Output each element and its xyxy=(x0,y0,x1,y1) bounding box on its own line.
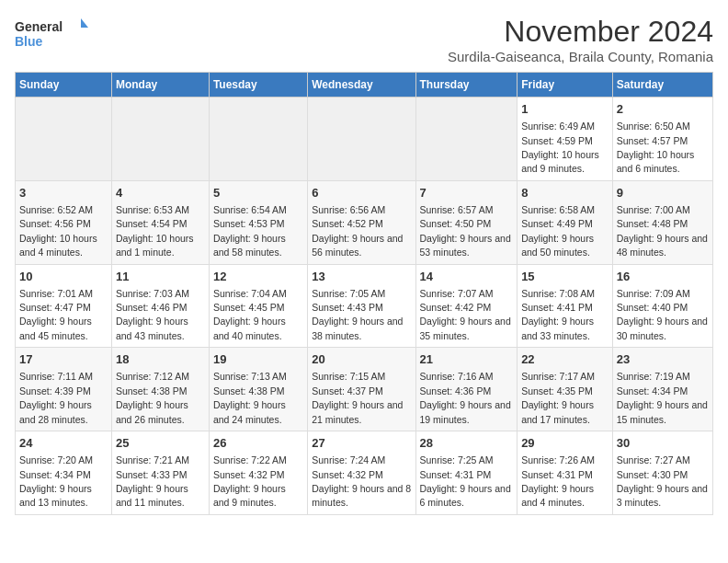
calendar-cell: 27Sunrise: 7:24 AM Sunset: 4:32 PM Dayli… xyxy=(308,431,415,515)
calendar-cell: 1Sunrise: 6:49 AM Sunset: 4:59 PM Daylig… xyxy=(518,98,613,181)
day-info: Sunrise: 6:52 AM Sunset: 4:56 PM Dayligh… xyxy=(19,204,97,258)
day-number: 17 xyxy=(19,351,108,368)
day-number: 15 xyxy=(521,269,609,285)
day-info: Sunrise: 7:27 AM Sunset: 4:30 PM Dayligh… xyxy=(617,454,708,508)
day-number: 22 xyxy=(521,351,609,368)
calendar-cell: 22Sunrise: 7:17 AM Sunset: 4:35 PM Dayli… xyxy=(518,348,613,431)
day-info: Sunrise: 7:20 AM Sunset: 4:34 PM Dayligh… xyxy=(19,454,93,508)
day-number: 29 xyxy=(521,435,609,452)
day-number: 16 xyxy=(617,269,709,285)
logo: General Blue xyxy=(15,15,88,55)
week-row-2: 3Sunrise: 6:52 AM Sunset: 4:56 PM Daylig… xyxy=(16,180,713,264)
day-info: Sunrise: 6:56 AM Sunset: 4:52 PM Dayligh… xyxy=(312,204,403,258)
day-number: 19 xyxy=(213,351,303,368)
day-info: Sunrise: 6:53 AM Sunset: 4:54 PM Dayligh… xyxy=(116,204,194,258)
svg-marker-2 xyxy=(81,18,88,28)
day-info: Sunrise: 7:12 AM Sunset: 4:38 PM Dayligh… xyxy=(116,371,189,424)
week-row-4: 17Sunrise: 7:11 AM Sunset: 4:39 PM Dayli… xyxy=(16,348,713,431)
day-info: Sunrise: 7:08 AM Sunset: 4:41 PM Dayligh… xyxy=(521,288,595,341)
title-area: November 2024 Surdila-Gaiseanca, Braila … xyxy=(448,15,713,64)
day-number: 18 xyxy=(116,351,205,368)
day-info: Sunrise: 7:21 AM Sunset: 4:33 PM Dayligh… xyxy=(116,454,189,508)
calendar-cell: 17Sunrise: 7:11 AM Sunset: 4:39 PM Dayli… xyxy=(16,348,112,431)
day-number: 14 xyxy=(420,269,514,285)
day-number: 3 xyxy=(19,185,108,201)
day-number: 20 xyxy=(312,351,411,368)
day-info: Sunrise: 7:07 AM Sunset: 4:42 PM Dayligh… xyxy=(420,288,511,341)
calendar-cell xyxy=(16,98,112,181)
calendar-cell: 24Sunrise: 7:20 AM Sunset: 4:34 PM Dayli… xyxy=(16,431,112,515)
day-info: Sunrise: 7:09 AM Sunset: 4:40 PM Dayligh… xyxy=(617,288,708,341)
calendar-cell: 4Sunrise: 6:53 AM Sunset: 4:54 PM Daylig… xyxy=(111,180,209,264)
week-row-1: 1Sunrise: 6:49 AM Sunset: 4:59 PM Daylig… xyxy=(16,98,713,181)
calendar-cell: 9Sunrise: 7:00 AM Sunset: 4:48 PM Daylig… xyxy=(612,180,712,264)
day-info: Sunrise: 7:03 AM Sunset: 4:46 PM Dayligh… xyxy=(116,288,189,341)
calendar-cell xyxy=(111,98,209,181)
month-title: November 2024 xyxy=(448,15,713,49)
header-saturday: Saturday xyxy=(612,73,712,98)
calendar-cell: 26Sunrise: 7:22 AM Sunset: 4:32 PM Dayli… xyxy=(209,431,307,515)
calendar-cell: 19Sunrise: 7:13 AM Sunset: 4:38 PM Dayli… xyxy=(209,348,307,431)
header-sunday: Sunday xyxy=(16,73,112,98)
calendar-cell: 21Sunrise: 7:16 AM Sunset: 4:36 PM Dayli… xyxy=(415,348,518,431)
calendar-cell: 11Sunrise: 7:03 AM Sunset: 4:46 PM Dayli… xyxy=(111,264,209,348)
day-info: Sunrise: 7:22 AM Sunset: 4:32 PM Dayligh… xyxy=(213,454,287,508)
day-info: Sunrise: 7:00 AM Sunset: 4:48 PM Dayligh… xyxy=(617,204,708,258)
day-number: 30 xyxy=(617,435,709,452)
header-thursday: Thursday xyxy=(415,73,518,98)
calendar-cell: 2Sunrise: 6:50 AM Sunset: 4:57 PM Daylig… xyxy=(612,98,712,181)
day-number: 25 xyxy=(116,435,205,452)
logo-svg: General Blue xyxy=(15,15,88,55)
day-info: Sunrise: 7:24 AM Sunset: 4:32 PM Dayligh… xyxy=(312,454,411,508)
day-info: Sunrise: 7:15 AM Sunset: 4:37 PM Dayligh… xyxy=(312,371,403,424)
day-info: Sunrise: 6:58 AM Sunset: 4:49 PM Dayligh… xyxy=(521,204,595,258)
day-info: Sunrise: 7:26 AM Sunset: 4:31 PM Dayligh… xyxy=(521,454,595,508)
day-info: Sunrise: 6:50 AM Sunset: 4:57 PM Dayligh… xyxy=(617,121,695,174)
day-number: 12 xyxy=(213,269,303,285)
calendar-cell: 23Sunrise: 7:19 AM Sunset: 4:34 PM Dayli… xyxy=(612,348,712,431)
header: General Blue November 2024 Surdila-Gaise… xyxy=(15,15,713,64)
day-info: Sunrise: 6:49 AM Sunset: 4:59 PM Dayligh… xyxy=(521,121,599,174)
day-info: Sunrise: 7:16 AM Sunset: 4:36 PM Dayligh… xyxy=(420,371,511,424)
calendar-cell: 13Sunrise: 7:05 AM Sunset: 4:43 PM Dayli… xyxy=(308,264,415,348)
calendar-cell xyxy=(415,98,518,181)
day-info: Sunrise: 7:25 AM Sunset: 4:31 PM Dayligh… xyxy=(420,454,511,508)
day-info: Sunrise: 7:13 AM Sunset: 4:38 PM Dayligh… xyxy=(213,371,287,424)
day-info: Sunrise: 6:57 AM Sunset: 4:50 PM Dayligh… xyxy=(420,204,511,258)
calendar-cell: 16Sunrise: 7:09 AM Sunset: 4:40 PM Dayli… xyxy=(612,264,712,348)
header-monday: Monday xyxy=(111,73,209,98)
day-number: 1 xyxy=(521,101,609,118)
calendar-header-row: SundayMondayTuesdayWednesdayThursdayFrid… xyxy=(16,73,713,98)
calendar-cell: 29Sunrise: 7:26 AM Sunset: 4:31 PM Dayli… xyxy=(518,431,613,515)
header-friday: Friday xyxy=(518,73,613,98)
week-row-3: 10Sunrise: 7:01 AM Sunset: 4:47 PM Dayli… xyxy=(16,264,713,348)
svg-text:Blue: Blue xyxy=(15,34,43,49)
day-info: Sunrise: 7:19 AM Sunset: 4:34 PM Dayligh… xyxy=(617,371,708,424)
day-number: 26 xyxy=(213,435,303,452)
day-number: 9 xyxy=(617,185,709,201)
week-row-5: 24Sunrise: 7:20 AM Sunset: 4:34 PM Dayli… xyxy=(16,431,713,515)
day-number: 8 xyxy=(521,185,609,201)
day-info: Sunrise: 6:54 AM Sunset: 4:53 PM Dayligh… xyxy=(213,204,287,258)
calendar-cell: 3Sunrise: 6:52 AM Sunset: 4:56 PM Daylig… xyxy=(16,180,112,264)
calendar-cell: 6Sunrise: 6:56 AM Sunset: 4:52 PM Daylig… xyxy=(308,180,415,264)
calendar-cell xyxy=(209,98,307,181)
day-info: Sunrise: 7:04 AM Sunset: 4:45 PM Dayligh… xyxy=(213,288,287,341)
calendar-cell: 18Sunrise: 7:12 AM Sunset: 4:38 PM Dayli… xyxy=(111,348,209,431)
day-info: Sunrise: 7:05 AM Sunset: 4:43 PM Dayligh… xyxy=(312,288,403,341)
calendar-cell: 14Sunrise: 7:07 AM Sunset: 4:42 PM Dayli… xyxy=(415,264,518,348)
day-number: 24 xyxy=(19,435,108,452)
calendar-cell: 30Sunrise: 7:27 AM Sunset: 4:30 PM Dayli… xyxy=(612,431,712,515)
day-number: 21 xyxy=(420,351,514,368)
day-number: 5 xyxy=(213,185,303,201)
calendar-table: SundayMondayTuesdayWednesdayThursdayFrid… xyxy=(15,72,713,515)
calendar-cell: 15Sunrise: 7:08 AM Sunset: 4:41 PM Dayli… xyxy=(518,264,613,348)
day-info: Sunrise: 7:17 AM Sunset: 4:35 PM Dayligh… xyxy=(521,371,595,424)
calendar-cell: 12Sunrise: 7:04 AM Sunset: 4:45 PM Dayli… xyxy=(209,264,307,348)
calendar-cell: 28Sunrise: 7:25 AM Sunset: 4:31 PM Dayli… xyxy=(415,431,518,515)
calendar-body: 1Sunrise: 6:49 AM Sunset: 4:59 PM Daylig… xyxy=(16,98,713,515)
calendar-cell: 25Sunrise: 7:21 AM Sunset: 4:33 PM Dayli… xyxy=(111,431,209,515)
svg-text:General: General xyxy=(15,19,63,34)
day-info: Sunrise: 7:01 AM Sunset: 4:47 PM Dayligh… xyxy=(19,288,93,341)
day-number: 27 xyxy=(312,435,411,452)
